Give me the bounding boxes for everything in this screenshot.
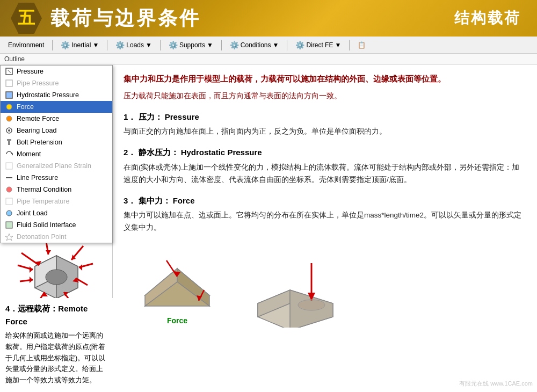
menu-item-line-pressure[interactable]: Line Pressure: [1, 172, 112, 184]
bolt-pretension-icon: [5, 138, 13, 147]
menu-item-detonation-point[interactable]: Detonation Point: [1, 231, 112, 243]
inertial-icon: ⚙️: [61, 41, 70, 49]
svg-point-15: [6, 210, 12, 216]
section-2: 2． 静水压力： Hydrostatic Pressure 在面(实体或壳体)上…: [124, 146, 526, 186]
svg-point-53: [298, 300, 325, 310]
main-content: Pressure Pipe Pressure Hydrostatic Press…: [0, 65, 537, 390]
svg-marker-37: [30, 277, 33, 283]
section-number: 五: [11, 3, 42, 34]
svg-rect-14: [6, 198, 12, 205]
left-text-panel: 4．远程载荷：Remote Force 给实体的面或边施加一个远离的裁荷。用户指…: [0, 298, 113, 390]
diagram-1-container: Force: [124, 242, 231, 328]
svg-rect-11: [6, 163, 12, 169]
generalized-plane-strain-icon: [5, 162, 13, 170]
pipe-pressure-icon: [5, 79, 13, 88]
svg-point-13: [6, 187, 12, 192]
svg-marker-10: [12, 153, 13, 156]
pipe-temperature-icon: [5, 197, 13, 206]
section-subtitle: 结构载荷: [454, 8, 521, 28]
highlight-text-2: 压力载荷只能施加在表面，而且方向通常与表面的法向方向一致。: [124, 90, 526, 103]
force-icon: [5, 103, 13, 111]
outline-row: Outline: [0, 54, 537, 65]
svg-rect-8: [7, 139, 11, 141]
menu-item-fluid-solid-interface[interactable]: Fluid Solid Interface: [1, 219, 112, 231]
menu-item-thermal-condition[interactable]: Thermal Condition: [1, 184, 112, 195]
supports-btn[interactable]: ⚙️ Supports ▼: [165, 39, 217, 51]
toolbar: Environment ⚙️ Inertial ▼ ⚙️ Loads ▼ ⚙️ …: [0, 37, 537, 54]
pressure-icon: [5, 67, 13, 76]
menu-item-hydrostatic-pressure[interactable]: Hydrostatic Pressure: [1, 89, 112, 101]
environment-btn[interactable]: Environment: [4, 40, 48, 50]
section-2-title: 2． 静水压力： Hydrostatic Pressure: [124, 146, 526, 159]
svg-marker-29: [79, 264, 82, 271]
section-3-body: 集中力可以施加在点、边或面上。它将均匀的分布在所在实体上，单位是mass*len…: [124, 209, 526, 234]
toolbar-sep-4: [221, 40, 222, 50]
bottom-diagrams: Force: [124, 242, 526, 328]
section-2-body: 在面(实体或壳体)上施加一个线性变化的力，模拟结构上的流体载荷。流体可能处于结构…: [124, 162, 526, 186]
toolbar-sep-2: [107, 40, 107, 50]
section-3: 3． 集中力： Force 集中力可以施加在点、边或面上。它将均匀的分布在所在实…: [124, 194, 526, 234]
moment-icon: [5, 150, 13, 158]
menu-item-generalized-plane-strain[interactable]: Generalized Plane Strain: [1, 160, 112, 172]
diagram-2-container: [242, 258, 349, 328]
direct-fe-icon: ⚙️: [295, 41, 304, 49]
menu-item-force[interactable]: Force: [1, 101, 112, 113]
toolbar-sep-1: [52, 40, 53, 50]
menu-item-pressure[interactable]: Pressure: [1, 66, 112, 77]
diagram-1-label: Force: [167, 315, 187, 328]
direct-fe-btn[interactable]: ⚙️ Direct FE ▼: [292, 39, 345, 51]
force-diagram-2: [242, 258, 349, 328]
svg-point-5: [6, 116, 12, 121]
left-text-body: 给实体的面或边施加一个远离的裁荷。用户指定载荷的原点(附着于几何上或用坐标指定)…: [5, 330, 107, 386]
toolbar-sep-6: [349, 40, 350, 50]
svg-rect-2: [6, 80, 12, 86]
conditions-btn[interactable]: ⚙️ Conditions ▼: [226, 39, 283, 51]
svg-point-7: [8, 129, 10, 132]
force-diagram-1: [124, 242, 231, 311]
svg-marker-25: [46, 250, 51, 255]
section-3-title: 3． 集中力： Force: [124, 194, 526, 208]
menu-item-pipe-pressure[interactable]: Pipe Pressure: [1, 77, 112, 89]
conditions-icon: ⚙️: [230, 41, 239, 49]
svg-marker-17: [5, 234, 13, 241]
svg-point-4: [6, 104, 12, 110]
menu-item-joint-load[interactable]: Joint Load: [1, 207, 112, 219]
svg-marker-39: [30, 266, 33, 273]
left-panel: Pressure Pipe Pressure Hydrostatic Press…: [0, 65, 113, 390]
section-1-body: 与面正交的方向施加在面上，指向面内为正，反之为负。单位是单位面积的力。: [124, 126, 526, 138]
toolbar-sep-5: [287, 40, 287, 50]
menu-item-remote-force[interactable]: Remote Force: [1, 113, 112, 125]
loads-dropdown-menu: Pressure Pipe Pressure Hydrostatic Press…: [0, 65, 113, 243]
inertial-btn[interactable]: ⚙️ Inertial ▼: [57, 39, 103, 51]
hydrostatic-pressure-icon: [5, 91, 13, 99]
page-header: 五 载荷与边界条件 结构载荷: [0, 0, 537, 37]
loads-btn[interactable]: ⚙️ Loads ▼: [112, 39, 156, 51]
right-panel: 集中力和压力是作用于模型上的载荷，力载荷可以施加在结构的外面、边缘或表面等位置。…: [113, 65, 537, 390]
section-1: 1． 压力： Pressure 与面正交的方向施加在面上，指向面内为正，反之为负…: [124, 110, 526, 138]
supports-icon: ⚙️: [169, 41, 178, 49]
menu-item-bolt-pretension[interactable]: Bolt Pretension: [1, 136, 112, 148]
export-btn[interactable]: 📋: [354, 40, 369, 50]
svg-rect-9: [8, 141, 10, 145]
section-1-title: 1． 压力： Pressure: [124, 110, 526, 124]
watermark: 有限元在线 www.1CAE.com: [459, 380, 533, 388]
fluid-solid-interface-icon: [5, 221, 13, 229]
page-title: 载荷与边界条件: [50, 5, 201, 32]
joint-load-icon: [5, 209, 13, 217]
svg-line-22: [21, 253, 39, 265]
highlight-text-1: 集中力和压力是作用于模型上的载荷，力载荷可以施加在结构的外面、边缘或表面等位置。: [124, 72, 526, 85]
menu-item-bearing-load[interactable]: Bearing Load: [1, 125, 112, 136]
detonation-point-icon: [5, 233, 13, 241]
bearing-load-icon: [5, 126, 13, 135]
thermal-condition-icon: [5, 185, 13, 194]
remote-force-icon: [5, 114, 13, 123]
left-text-title: 4．远程载荷：Remote Force: [5, 302, 107, 328]
svg-rect-3: [6, 92, 12, 98]
svg-rect-16: [6, 222, 12, 228]
menu-item-moment[interactable]: Moment: [1, 148, 112, 160]
svg-line-1: [8, 70, 11, 73]
loads-icon: ⚙️: [115, 41, 125, 49]
menu-item-pipe-temperature[interactable]: Pipe Temperature: [1, 195, 112, 207]
svg-point-21: [46, 270, 67, 285]
toolbar-sep-3: [160, 40, 161, 50]
